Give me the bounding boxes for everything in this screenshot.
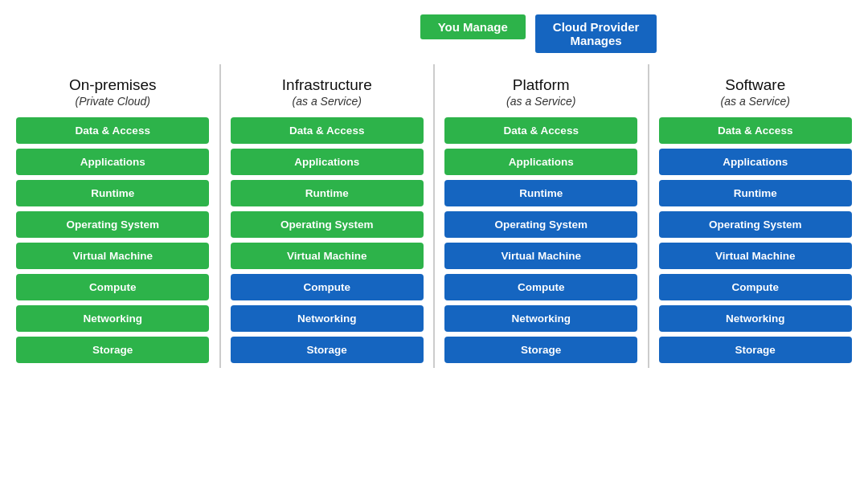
tile-on-premises-5: Compute <box>16 274 209 300</box>
column-subtitle-on-premises: (Private Cloud) <box>69 95 157 108</box>
cloud-manages-badge: Cloud ProviderManages <box>535 14 657 53</box>
tile-iaas-6: Networking <box>231 305 424 332</box>
column-divider <box>219 64 221 368</box>
column-subtitle-saas: (as a Service) <box>721 95 790 108</box>
column-header-saas: Software(as a Service) <box>721 64 790 108</box>
tile-iaas-0: Data & Access <box>231 117 424 144</box>
tile-on-premises-6: Networking <box>16 305 209 332</box>
tile-paas-2: Runtime <box>444 180 637 206</box>
tile-saas-0: Data & Access <box>659 117 852 144</box>
tile-on-premises-3: Operating System <box>16 211 209 238</box>
tile-iaas-3: Operating System <box>231 211 424 238</box>
tile-saas-1: Applications <box>659 149 852 175</box>
tile-iaas-1: Applications <box>231 149 424 175</box>
column-subtitle-iaas: (as a Service) <box>282 95 372 108</box>
tile-on-premises-2: Runtime <box>16 180 209 206</box>
column-saas: Software(as a Service)Data & AccessAppli… <box>651 64 861 368</box>
tile-on-premises-0: Data & Access <box>16 117 209 144</box>
tile-saas-3: Operating System <box>659 211 852 238</box>
tile-on-premises-1: Applications <box>16 149 209 175</box>
column-title-paas: Platform <box>506 76 575 95</box>
column-divider <box>648 64 649 368</box>
tile-paas-6: Networking <box>444 305 637 332</box>
tile-paas-1: Applications <box>444 149 637 175</box>
legend-bar: You Manage Cloud ProviderManages <box>8 14 860 53</box>
column-subtitle-paas: (as a Service) <box>506 95 575 108</box>
tile-paas-5: Compute <box>444 274 637 300</box>
tile-iaas-5: Compute <box>231 274 424 300</box>
column-on-premises: On-premises(Private Cloud)Data & AccessA… <box>8 64 218 368</box>
tile-iaas-7: Storage <box>231 337 424 363</box>
you-manage-badge: You Manage <box>420 14 526 39</box>
tile-saas-5: Compute <box>659 274 852 300</box>
tile-saas-4: Virtual Machine <box>659 243 852 269</box>
tile-on-premises-7: Storage <box>16 337 209 363</box>
column-header-paas: Platform(as a Service) <box>506 64 575 108</box>
column-header-on-premises: On-premises(Private Cloud) <box>69 64 157 108</box>
tile-saas-6: Networking <box>659 305 852 332</box>
column-divider <box>433 64 435 368</box>
column-iaas: Infrastructure(as a Service)Data & Acces… <box>223 64 432 368</box>
column-header-iaas: Infrastructure(as a Service) <box>282 64 372 108</box>
tile-on-premises-4: Virtual Machine <box>16 243 209 269</box>
tile-paas-3: Operating System <box>444 211 637 238</box>
column-paas: Platform(as a Service)Data & AccessAppli… <box>436 64 646 368</box>
tile-saas-7: Storage <box>659 337 852 363</box>
column-title-on-premises: On-premises <box>69 76 157 95</box>
tile-iaas-2: Runtime <box>231 180 424 206</box>
comparison-grid: On-premises(Private Cloud)Data & AccessA… <box>8 64 860 368</box>
column-title-saas: Software <box>721 76 790 95</box>
tile-saas-2: Runtime <box>659 180 852 206</box>
tile-iaas-4: Virtual Machine <box>231 243 424 269</box>
tile-paas-7: Storage <box>444 337 637 363</box>
column-title-iaas: Infrastructure <box>282 76 372 95</box>
tile-paas-4: Virtual Machine <box>444 243 637 269</box>
tile-paas-0: Data & Access <box>444 117 637 144</box>
